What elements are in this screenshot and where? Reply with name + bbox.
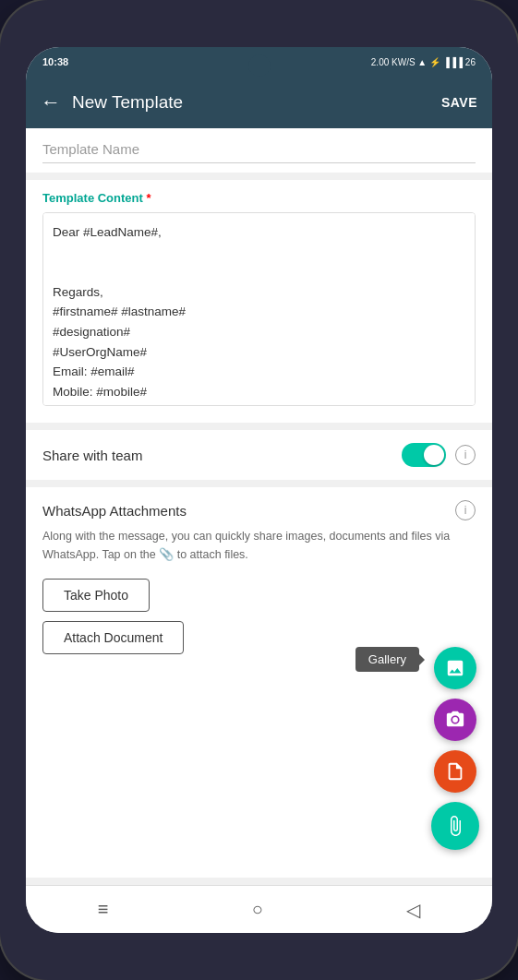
template-content-textarea[interactable]: Dear #LeadName#, Regards, #firstname# #l… xyxy=(42,212,476,406)
take-photo-button[interactable]: Take Photo xyxy=(42,579,150,612)
toggle-thumb xyxy=(424,445,444,465)
gallery-tooltip: Gallery xyxy=(355,647,419,672)
share-with-team-section: Share with team i xyxy=(26,430,492,480)
nav-back[interactable]: ◁ xyxy=(406,899,420,921)
template-content-label: Template Content * xyxy=(42,191,476,205)
attach-document-button[interactable]: Attach Document xyxy=(42,621,184,654)
take-photo-fab-button[interactable] xyxy=(434,699,476,741)
page-title: New Template xyxy=(72,92,441,113)
status-time: 10:38 xyxy=(42,56,68,67)
attachments-title: WhatsApp Attachments xyxy=(42,503,187,519)
attachments-info-icon[interactable]: i xyxy=(455,500,476,520)
fab-container: Gallery xyxy=(431,647,479,850)
share-controls: i xyxy=(402,443,476,467)
gallery-fab-button[interactable] xyxy=(434,647,476,689)
nav-home[interactable]: ○ xyxy=(252,899,263,920)
back-button[interactable]: ← xyxy=(41,90,61,114)
required-indicator: * xyxy=(146,191,151,205)
app-header: ← New Template SAVE xyxy=(26,77,492,128)
template-name-section xyxy=(26,128,492,173)
navigation-bar: ≡ ○ ◁ xyxy=(26,885,492,933)
attach-document-fab-button[interactable] xyxy=(434,750,476,793)
save-button[interactable]: SAVE xyxy=(441,95,477,110)
template-content-section: Template Content * Dear #LeadName#, Rega… xyxy=(26,180,492,423)
attachments-header: WhatsApp Attachments i xyxy=(42,500,476,520)
attachments-description: Along with the message, you can quickly … xyxy=(42,528,476,564)
share-toggle[interactable] xyxy=(402,443,446,467)
gallery-fab-wrapper: Gallery xyxy=(434,647,476,689)
template-name-input[interactable] xyxy=(42,141,476,163)
status-icons: 2.00 KW/S ▲ ⚡ ▐▐▐ 26 xyxy=(371,57,476,67)
nav-menu[interactable]: ≡ xyxy=(98,899,109,920)
share-label: Share with team xyxy=(42,448,402,463)
attachment-buttons: Take Photo Attach Document xyxy=(42,579,476,654)
attachments-section: WhatsApp Attachments i Along with the me… xyxy=(26,487,492,878)
main-attach-fab-button[interactable] xyxy=(431,802,479,850)
content-area: Template Content * Dear #LeadName#, Rega… xyxy=(26,128,492,885)
share-info-icon[interactable]: i xyxy=(455,445,476,465)
